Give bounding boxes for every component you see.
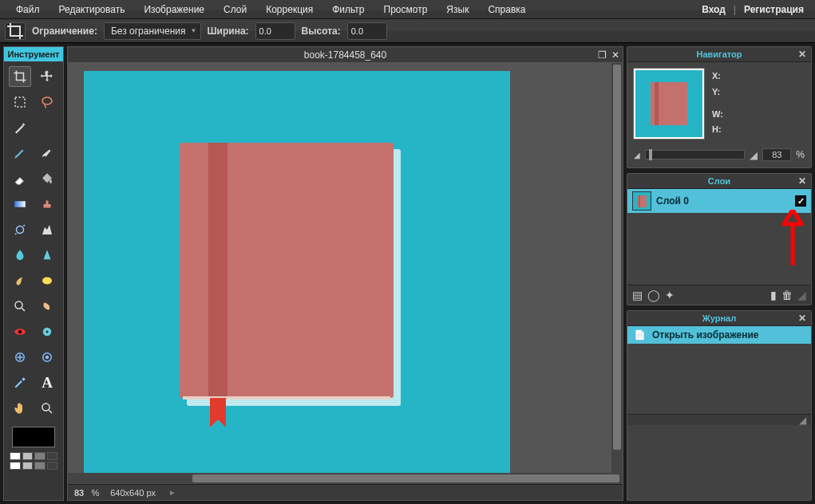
document-titlebar: book-1784458_640 ❐ ✕ bbox=[67, 46, 623, 62]
blur-tool[interactable] bbox=[9, 245, 31, 266]
layers-resize-icon[interactable]: ◢ bbox=[797, 289, 806, 301]
menu-file[interactable]: Файл bbox=[6, 4, 49, 15]
width-input[interactable] bbox=[255, 22, 295, 40]
empty-tool-1 bbox=[36, 117, 58, 138]
burn-tool[interactable] bbox=[36, 296, 58, 317]
navigator-title: Навигатор bbox=[697, 49, 742, 59]
redeye-tool[interactable] bbox=[9, 321, 31, 342]
navigator-panel: Навигатор ✕ X: Y: W: H: ◢ ◢ 83 bbox=[627, 46, 812, 168]
zoom-tool[interactable] bbox=[36, 398, 58, 419]
move-tool[interactable] bbox=[36, 66, 58, 87]
journal-title: Журнал bbox=[702, 313, 736, 323]
navigator-thumbnail[interactable] bbox=[634, 69, 704, 139]
canvas[interactable] bbox=[84, 71, 510, 473]
journal-item[interactable]: 📄 Открыть изображение bbox=[627, 326, 811, 344]
constraint-label: Ограничение: bbox=[32, 26, 97, 37]
svg-point-13 bbox=[42, 404, 49, 411]
drawing-tool[interactable] bbox=[36, 219, 58, 240]
menu-layer[interactable]: Слой bbox=[214, 4, 256, 15]
layers-close-icon[interactable]: ✕ bbox=[798, 175, 806, 187]
tools-grid: A bbox=[4, 61, 63, 423]
height-input[interactable] bbox=[347, 22, 387, 40]
new-layer-icon[interactable]: ▮ bbox=[770, 289, 777, 301]
crop-tool[interactable] bbox=[9, 66, 31, 87]
svg-point-5 bbox=[15, 301, 22, 309]
zoom-slider[interactable] bbox=[645, 150, 745, 159]
book-ribbon-shape bbox=[210, 398, 226, 420]
crop-tool-icon[interactable] bbox=[5, 22, 26, 40]
color-replace-tool[interactable] bbox=[9, 219, 31, 240]
menu-edit[interactable]: Редактировать bbox=[49, 4, 135, 15]
pencil-tool[interactable] bbox=[9, 143, 31, 163]
bloat-tool[interactable] bbox=[9, 347, 31, 368]
layer-visibility-checkbox[interactable] bbox=[795, 195, 806, 207]
close-icon[interactable]: ✕ bbox=[611, 49, 619, 61]
login-link[interactable]: Вход bbox=[697, 4, 730, 15]
document-title: book-1784458_640 bbox=[304, 49, 386, 61]
hand-tool[interactable] bbox=[9, 398, 31, 419]
smudge-tool[interactable] bbox=[9, 270, 31, 291]
layer-mask-icon[interactable]: ◯ bbox=[647, 289, 660, 301]
status-dropdown-icon[interactable]: ▸ bbox=[170, 487, 175, 498]
layer-thumbnail[interactable] bbox=[632, 191, 651, 211]
eyedropper-tool[interactable] bbox=[9, 372, 31, 393]
layer-name[interactable]: Слой 0 bbox=[656, 195, 689, 207]
sponge-tool[interactable] bbox=[36, 270, 58, 291]
type-tool[interactable]: A bbox=[36, 372, 58, 393]
delete-layer-icon[interactable]: 🗑 bbox=[781, 289, 793, 301]
status-zoom: 83 % bbox=[74, 488, 99, 498]
menu-help[interactable]: Справка bbox=[478, 4, 535, 15]
layer-styles-icon[interactable]: ✦ bbox=[665, 289, 675, 301]
constraint-select[interactable]: Без ограничения bbox=[104, 22, 201, 40]
svg-rect-0 bbox=[15, 97, 25, 107]
journal-close-icon[interactable]: ✕ bbox=[798, 313, 806, 324]
tools-panel-title: Инструмент bbox=[4, 47, 63, 61]
svg-point-7 bbox=[18, 330, 22, 334]
horizontal-scrollbar[interactable] bbox=[68, 473, 623, 484]
dodge-tool[interactable] bbox=[9, 296, 31, 317]
spot-heal-tool[interactable] bbox=[36, 321, 58, 342]
svg-point-12 bbox=[46, 356, 49, 359]
maximize-icon[interactable]: ❐ bbox=[598, 49, 607, 61]
tools-panel: Инструмент A bbox=[3, 46, 64, 501]
clone-stamp-tool[interactable] bbox=[36, 194, 58, 215]
marquee-tool[interactable] bbox=[9, 92, 31, 112]
document-area: book-1784458_640 ❐ ✕ 83 % 640x64 bbox=[67, 46, 623, 501]
sharpen-tool[interactable] bbox=[36, 245, 58, 266]
layers-title: Слои bbox=[708, 176, 730, 186]
zoom-out-icon[interactable]: ◢ bbox=[634, 151, 640, 159]
width-label: Ширина: bbox=[208, 26, 249, 37]
zoom-in-icon[interactable]: ◢ bbox=[750, 149, 758, 161]
menu-language[interactable]: Язык bbox=[437, 4, 478, 15]
vertical-scrollbar[interactable] bbox=[611, 63, 623, 473]
menu-filter[interactable]: Фильтр bbox=[322, 4, 374, 15]
lasso-tool[interactable] bbox=[36, 92, 58, 112]
navigator-close-icon[interactable]: ✕ bbox=[798, 49, 806, 60]
menu-view[interactable]: Просмотр bbox=[374, 4, 437, 15]
auth-separator: | bbox=[730, 4, 739, 15]
register-link[interactable]: Регистрация bbox=[739, 4, 809, 15]
gradient-tool[interactable] bbox=[9, 194, 31, 215]
eraser-tool[interactable] bbox=[9, 168, 31, 189]
color-palette[interactable] bbox=[10, 452, 57, 470]
journal-panel: Журнал ✕ 📄 Открыть изображение ◢ bbox=[627, 310, 812, 501]
journal-resize-icon[interactable]: ◢ bbox=[799, 415, 806, 425]
svg-point-4 bbox=[42, 278, 52, 285]
foreground-color-swatch[interactable] bbox=[12, 427, 55, 447]
svg-point-3 bbox=[17, 226, 24, 234]
document-status-bar: 83 % 640x640 px ▸ bbox=[68, 484, 623, 500]
menu-correction[interactable]: Коррекция bbox=[256, 4, 322, 15]
svg-point-9 bbox=[46, 331, 49, 333]
right-panels: Навигатор ✕ X: Y: W: H: ◢ ◢ 83 bbox=[627, 46, 812, 501]
bucket-tool[interactable] bbox=[36, 168, 58, 189]
zoom-value[interactable]: 83 bbox=[762, 148, 791, 161]
pinch-tool[interactable] bbox=[36, 347, 58, 368]
options-bar: Ограничение: Без ограничения Ширина: Выс… bbox=[0, 19, 815, 43]
menu-image[interactable]: Изображение bbox=[134, 4, 214, 15]
navigator-info: X: Y: W: H: bbox=[712, 69, 723, 139]
open-image-icon: 📄 bbox=[634, 329, 646, 341]
canvas-viewport[interactable] bbox=[68, 63, 623, 473]
layer-settings-icon[interactable]: ▤ bbox=[632, 289, 643, 301]
wand-tool[interactable] bbox=[9, 117, 31, 138]
brush-tool[interactable] bbox=[36, 143, 58, 163]
